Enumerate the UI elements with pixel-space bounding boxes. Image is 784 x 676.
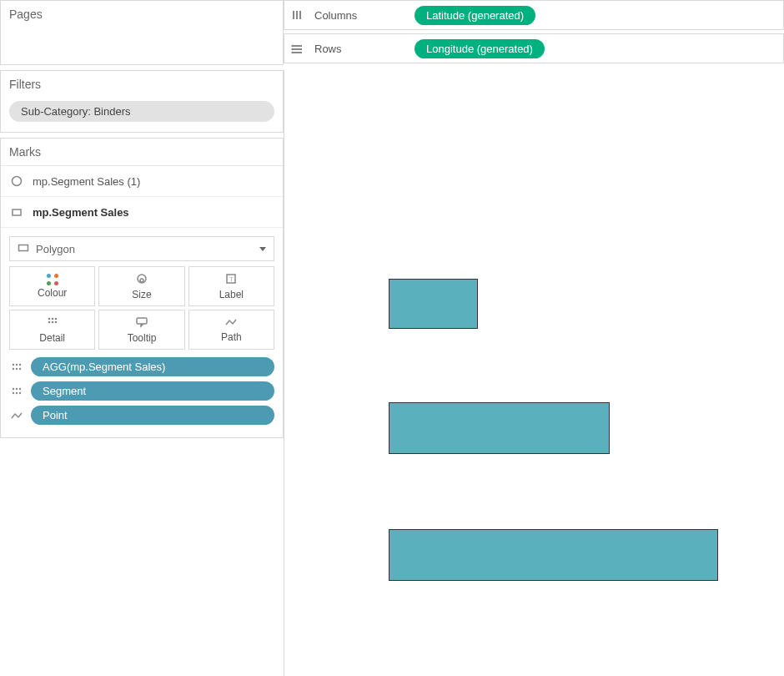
circle-icon xyxy=(9,174,24,189)
svg-rect-30 xyxy=(292,48,302,50)
svg-rect-13 xyxy=(137,318,147,324)
filter-pill-subcategory[interactable]: Sub-Category: Binders xyxy=(9,101,274,122)
svg-point-4 xyxy=(140,279,143,282)
mark-layer-1-label: mp.Segment Sales (1) xyxy=(33,175,140,188)
svg-point-19 xyxy=(19,367,21,369)
svg-point-11 xyxy=(51,320,53,323)
marks-panel: Marks mp.Segment Sales (1) mp.Segment Sa… xyxy=(0,138,284,438)
mark-cell-tooltip-label: Tooltip xyxy=(128,332,157,344)
marks-title: Marks xyxy=(1,139,283,166)
tooltip-icon xyxy=(135,316,148,330)
svg-rect-26 xyxy=(293,11,294,19)
mark-cell-size[interactable]: Size xyxy=(98,266,184,306)
svg-point-12 xyxy=(54,320,57,323)
chevron-down-icon xyxy=(259,247,266,251)
svg-point-0 xyxy=(13,177,22,186)
mark-cell-colour-label: Colour xyxy=(38,287,67,299)
size-icon xyxy=(135,273,148,287)
detail-small-icon xyxy=(9,362,24,372)
mark-pill-3[interactable]: Point xyxy=(31,406,274,425)
mark-cell-tooltip[interactable]: Tooltip xyxy=(98,310,184,350)
svg-point-17 xyxy=(13,367,14,369)
svg-point-9 xyxy=(54,317,57,320)
polygon-small-icon xyxy=(18,243,29,255)
mark-pill-row-1[interactable]: AGG(mp.Segment Sales) xyxy=(1,355,283,379)
viz-bar[interactable] xyxy=(389,402,610,454)
mark-cell-detail[interactable]: Detail xyxy=(9,310,95,350)
svg-point-20 xyxy=(13,387,14,389)
svg-point-7 xyxy=(48,317,50,320)
filters-panel: Filters Sub-Category: Binders xyxy=(0,70,284,133)
svg-point-32 xyxy=(291,45,293,47)
svg-point-8 xyxy=(51,317,53,320)
viz-bar[interactable] xyxy=(389,529,718,581)
svg-point-24 xyxy=(16,391,18,393)
columns-shelf[interactable]: Columns Latitude (generated) xyxy=(284,0,784,30)
mark-cell-size-label: Size xyxy=(132,289,151,300)
rows-label: Rows xyxy=(314,43,406,55)
filters-title: Filters xyxy=(1,71,283,98)
columns-icon xyxy=(291,9,306,21)
svg-point-22 xyxy=(19,387,21,389)
rows-pill[interactable]: Longitude (generated) xyxy=(415,39,545,58)
mark-cell-path[interactable]: Path xyxy=(188,310,274,350)
svg-point-14 xyxy=(13,363,14,365)
mark-pill-2[interactable]: Segment xyxy=(31,381,274,401)
mark-cell-label[interactable]: T Label xyxy=(188,266,274,306)
mark-layer-2[interactable]: mp.Segment Sales xyxy=(1,197,283,228)
mark-cell-path-label: Path xyxy=(221,331,242,343)
mark-type-label: Polygon xyxy=(36,243,75,255)
pages-panel: Pages xyxy=(0,0,284,65)
mark-cell-detail-label: Detail xyxy=(39,332,65,344)
viz-canvas xyxy=(284,70,784,676)
path-icon xyxy=(224,317,238,330)
mark-layer-1[interactable]: mp.Segment Sales (1) xyxy=(1,166,283,197)
mark-layer-2-label: mp.Segment Sales xyxy=(33,206,129,219)
detail-icon xyxy=(47,316,58,330)
rows-icon xyxy=(291,43,306,54)
svg-point-10 xyxy=(48,320,50,323)
svg-point-15 xyxy=(16,363,18,365)
viz-area[interactable] xyxy=(284,70,784,676)
svg-point-21 xyxy=(16,387,18,389)
svg-text:T: T xyxy=(229,275,234,283)
rows-shelf[interactable]: Rows Longitude (generated) xyxy=(284,33,784,63)
mark-cell-colour[interactable]: Colour xyxy=(9,266,95,306)
svg-point-33 xyxy=(291,48,293,50)
mark-cell-label-label: Label xyxy=(219,289,244,300)
label-icon: T xyxy=(225,273,237,287)
svg-rect-28 xyxy=(299,11,301,19)
svg-point-18 xyxy=(16,367,18,369)
path-small-icon xyxy=(9,411,24,420)
polygon-icon xyxy=(9,204,24,219)
svg-point-16 xyxy=(19,363,21,365)
svg-rect-2 xyxy=(19,245,28,250)
svg-rect-1 xyxy=(13,209,21,215)
svg-point-34 xyxy=(291,52,293,53)
detail-small-icon-2 xyxy=(9,386,24,396)
colour-icon xyxy=(47,274,58,285)
mark-pill-row-2[interactable]: Segment xyxy=(1,379,283,403)
svg-rect-31 xyxy=(292,52,302,53)
mark-pill-row-3[interactable]: Point xyxy=(1,403,283,427)
columns-pill[interactable]: Latitude (generated) xyxy=(415,6,535,25)
svg-rect-27 xyxy=(296,11,298,19)
viz-bar[interactable] xyxy=(389,279,478,329)
svg-point-23 xyxy=(13,391,14,393)
svg-rect-29 xyxy=(292,45,302,47)
svg-point-25 xyxy=(19,391,21,393)
pages-title: Pages xyxy=(1,1,283,28)
mark-type-select[interactable]: Polygon xyxy=(9,236,274,261)
columns-label: Columns xyxy=(314,9,406,22)
mark-pill-1[interactable]: AGG(mp.Segment Sales) xyxy=(31,357,274,376)
